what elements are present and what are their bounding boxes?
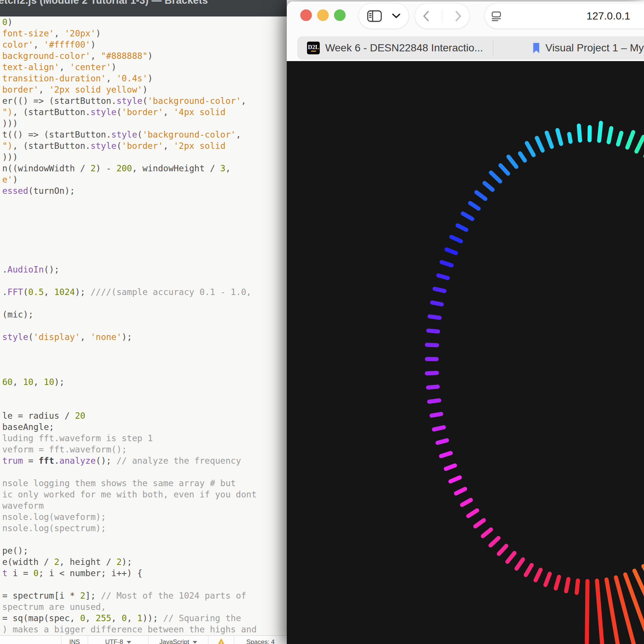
spectrum-dash xyxy=(536,570,541,580)
code-line: font-size', '20px') xyxy=(2,28,287,39)
spectrum-dash xyxy=(451,478,460,482)
page-content xyxy=(287,61,644,644)
tab-title: Visual Project 1 – MyB xyxy=(545,42,644,54)
d2l-favicon: D2L xyxy=(307,42,320,54)
spectrum-dash xyxy=(527,143,533,155)
spectrum-dash xyxy=(428,331,438,331)
code-line: essed(turnOn); xyxy=(2,185,287,196)
code-line: ))) xyxy=(2,118,287,129)
status-language[interactable]: JavaScript xyxy=(148,636,208,644)
spectrum-dash xyxy=(569,134,571,142)
code-line: ic only worked for me with both, even if… xyxy=(2,489,287,500)
close-button[interactable] xyxy=(300,9,312,21)
bookmark-icon xyxy=(533,43,539,54)
code-line xyxy=(2,388,287,399)
code-line xyxy=(2,399,287,410)
spectrum-dash xyxy=(434,427,444,430)
code-line: baseAngle; xyxy=(2,421,287,433)
code-line: luding fft.waveform is step 1 xyxy=(2,433,287,444)
spectrum-dash xyxy=(427,345,437,345)
code-line xyxy=(2,320,287,331)
spectrum-dash xyxy=(446,466,455,469)
spectrum-dash xyxy=(520,153,525,160)
spectrum-dash xyxy=(485,183,493,190)
back-icon[interactable] xyxy=(422,10,430,22)
code-line xyxy=(2,579,287,590)
sidebar-button[interactable] xyxy=(359,3,409,28)
spectrum-dash xyxy=(587,581,588,643)
brackets-status-bar: INS UTF-8 JavaScript Spaces: 4 xyxy=(0,635,287,644)
brackets-titlebar: etch2.js (Module 2 Tutorial 1-3) — Brack… xyxy=(0,0,287,16)
status-insert-mode[interactable]: INS xyxy=(61,636,88,644)
spectrum-dash xyxy=(491,172,500,181)
spectrum-dash xyxy=(597,581,605,644)
spectrum-dash xyxy=(599,123,601,141)
code-line: pe(); xyxy=(2,545,287,556)
spectrum-dash xyxy=(500,165,508,174)
spectrum-dash xyxy=(456,489,465,493)
spectrum-dash xyxy=(517,559,523,569)
tab-week6-d2l[interactable]: D2L Week 6 - DESN22848 Interactio... xyxy=(297,36,493,60)
code-line: waveform xyxy=(2,500,287,511)
spectrum-dash xyxy=(556,577,559,589)
spectrum-dash xyxy=(547,133,552,147)
spectrum-dash xyxy=(463,214,472,219)
spectrum-dash xyxy=(429,400,439,401)
spectrum-dash xyxy=(476,192,485,199)
spectrum-dash xyxy=(446,249,456,253)
spectrum-dash xyxy=(499,546,506,554)
address-bar[interactable]: 127.0.0.1 xyxy=(485,3,644,28)
safari-toolbar: 127.0.0.1 xyxy=(287,1,644,36)
status-lint-warning[interactable] xyxy=(208,636,234,644)
spectrum-dash xyxy=(434,289,444,291)
spectrum-dash xyxy=(428,387,438,388)
code-line: 0) xyxy=(2,16,287,28)
code-line xyxy=(2,253,287,264)
spectrum-dash xyxy=(432,303,442,304)
page-format-icon[interactable] xyxy=(491,11,501,21)
code-line: n((windowWidth / 2) - 200, windowHeight … xyxy=(2,163,287,174)
code-line: le = radius / 20 xyxy=(2,410,287,421)
code-line xyxy=(2,534,287,545)
spectrum-dash xyxy=(557,130,561,144)
code-line: color', '#ffff00') xyxy=(2,39,287,50)
spectrum-dash xyxy=(442,262,452,265)
spectrum-dash xyxy=(577,581,578,593)
code-line: "), (startButton.style('border', '4px so… xyxy=(2,106,287,118)
nav-buttons xyxy=(415,3,469,28)
minimize-button[interactable] xyxy=(317,9,329,21)
code-line xyxy=(2,298,287,309)
spectrum-dash xyxy=(566,579,568,591)
spectrum-dash xyxy=(458,225,466,230)
spectrum-dash xyxy=(508,553,515,562)
code-line xyxy=(2,230,287,241)
code-line: .AudioIn(); xyxy=(2,264,287,275)
sidebar-icon xyxy=(367,10,382,22)
code-line: t(() => (startButton.style('background-c… xyxy=(2,129,287,140)
spectrum-dash xyxy=(618,133,622,144)
spectrum-dash xyxy=(579,126,580,141)
spectrum-dash xyxy=(430,316,440,318)
spectrum-dash xyxy=(491,538,499,545)
window-title: etch2.js (Module 2 Tutorial 1-3) — Brack… xyxy=(0,0,287,6)
tab-title: Week 6 - DESN22848 Interactio... xyxy=(325,42,483,54)
code-line: nsole logging them shows the same array … xyxy=(2,478,287,489)
code-line: = spectrum[i * 2]; // Most of the 1024 p… xyxy=(2,590,287,601)
window-controls xyxy=(300,9,346,21)
forward-icon[interactable] xyxy=(455,10,462,22)
code-line: background-color', "#888888") xyxy=(2,50,287,61)
status-encoding[interactable]: UTF-8 xyxy=(88,636,148,644)
status-indent[interactable]: Spaces: 4 xyxy=(234,636,287,644)
spectrum-dash xyxy=(545,574,550,585)
code-line xyxy=(2,354,287,365)
screen: etch2.js (Module 2 Tutorial 1-3) — Brack… xyxy=(0,0,644,644)
divider xyxy=(442,9,442,23)
code-line: ))) xyxy=(2,151,287,163)
zoom-button[interactable] xyxy=(334,9,346,21)
code-line: .FFT(0.5, 1024); ////(sample accuracy 0.… xyxy=(2,286,287,298)
code-line: style('display', 'none'); xyxy=(2,331,287,343)
code-line xyxy=(2,219,287,230)
tab-visual-project[interactable]: Visual Project 1 – MyB xyxy=(493,36,644,60)
code-line: 60, 10, 10); xyxy=(2,376,287,388)
code-editor[interactable]: 0)font-size', '20px')color', '#ffff00')b… xyxy=(0,16,287,635)
